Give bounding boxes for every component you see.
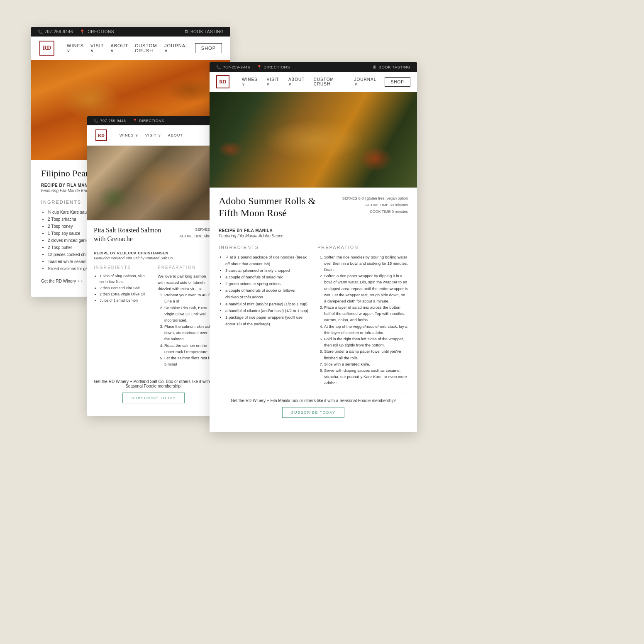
recipe-title-3: Adobo Summer Rolls & Fifth Moon Rosé (219, 195, 323, 219)
prep-item: Soften the rice noodles by pouring boili… (324, 254, 408, 273)
prep-item: Serve with dipping sauces such as sesame… (324, 367, 408, 386)
ingredients-heading-2: INGREDIENTS (94, 265, 149, 270)
prep-item: Place a layer of salad mix across the bo… (324, 304, 408, 323)
nav-1: RD WINES ∨ VISIT ∨ ABOUT ∨ CUSTOM CRUSH … (31, 37, 230, 60)
ingredient-item: 3 carrots, julienned or finely chopped (225, 267, 309, 274)
nav-2: RD WINES ∨ VISIT ∨ ABOUT (87, 125, 220, 146)
preparation-col-2: PREPARATION We love to pair king salmon … (158, 265, 213, 368)
meta-row-2: Pita Salt Roasted Salmon with Grenache S… (94, 226, 213, 246)
subscribe-btn-3[interactable]: SUBSCRIBE TODAY (282, 407, 344, 418)
nav-visit-1[interactable]: VISIT ∨ (90, 43, 104, 54)
prep-item: Soften a rice paper wrapper by dipping i… (324, 273, 408, 304)
book-icon: 🗓 (184, 29, 189, 34)
prep-item: Combine Pita Salt, Extra Virgin Olive Oi… (164, 305, 213, 324)
preparation-heading-3: PREPARATION (317, 245, 408, 250)
get-rd-link-1[interactable]: + (80, 279, 83, 283)
map-icon-2: 📍 (133, 119, 138, 123)
logo-2[interactable]: RD (95, 129, 107, 141)
ingredient-item: 2 tbsp Portland Pita Salt (100, 285, 149, 291)
prep-list-3: Soften the rice noodles by pouring boili… (317, 254, 408, 386)
prep-item: Preheat your oven to 400°F. Line a sl (164, 292, 213, 304)
book-icon-3: 🗓 (373, 65, 377, 69)
ingredient-item: 2 green onions or spring onions (225, 281, 309, 287)
nav-custom-1[interactable]: CUSTOM CRUSH (135, 43, 158, 53)
recipe-content-3: Adobo Summer Rolls & Fifth Moon Rosé SER… (210, 188, 417, 432)
ingredient-item: a handful of cilantro (and/or basil) (1/… (225, 307, 309, 314)
subscribe-text-2: Get the RD Winery + Portland Salt Co. Bo… (94, 379, 213, 388)
ingredients-heading-3: INGREDIENTS (219, 245, 309, 250)
nav-wines-3[interactable]: WINES ∨ (242, 77, 260, 86)
recipe-byline-3: RECIPE BY Fila Manila (219, 228, 408, 233)
card-salmon: 📞 707-259-9446 📍 DIRECTIONS RD WINES ∨ V… (87, 116, 220, 416)
nav-shop-1[interactable]: SHOP (195, 43, 222, 53)
card-adobo-rolls: 📞 707-259-9446 📍 DIRECTIONS 🗓 BOOK TASTI… (210, 62, 417, 432)
ingredient-item: 1.5lbs of King Salmon, skin on in 6oz fi… (100, 273, 149, 285)
topbar-directions-3[interactable]: 📍 DIRECTIONS (257, 65, 290, 69)
nav-links-2: WINES ∨ VISIT ∨ ABOUT (120, 133, 212, 137)
prep-item: Store under a damp paper towel until you… (324, 348, 408, 361)
topbar-directions[interactable]: 📍 DIRECTIONS (80, 29, 114, 34)
prep-item: Let the salmon filets rest for 5 minut (164, 355, 213, 367)
subscribe-section-2: Get the RD Winery + Portland Salt Co. Bo… (94, 374, 213, 410)
nav-about-2[interactable]: ABOUT (168, 133, 183, 137)
page-container: 📞 707-259-9446 📍 DIRECTIONS 🗓 BOOK TASTI… (0, 0, 644, 644)
phone-icon-3: 📞 (216, 65, 222, 69)
ingredient-item: a couple of handfuls of salad mix (225, 274, 309, 281)
prep-item: Fold in the right then left sides of the… (324, 336, 408, 348)
nav-about-1[interactable]: ABOUT ∨ (110, 43, 128, 54)
meta-row-3: Adobo Summer Rolls & Fifth Moon Rosé SER… (219, 195, 408, 223)
logo-3[interactable]: RD (216, 75, 229, 88)
topbar-2: 📞 707-259-9446 📍 DIRECTIONS (87, 116, 220, 125)
hero-image-3 (210, 92, 417, 188)
nav-wines-2[interactable]: WINES ∨ (120, 133, 139, 137)
preparation-heading-2: PREPARATION (158, 265, 213, 270)
recipe-featuring-2: Featuring Portland Pita Salt by Portland… (94, 256, 213, 260)
ingredient-item: 2 tbsp Extra Virgin Olive Oil (100, 291, 149, 298)
subscribe-section-3: Get the RD Winery + Fila Manila box or o… (219, 393, 408, 424)
ingredient-item: a couple of handfuls of adobo or leftove… (225, 287, 309, 300)
ingredient-item: Juice of 1 small Lemon (100, 298, 149, 304)
nav-wines-1[interactable]: WINES ∨ (67, 43, 84, 54)
prep-text-2: We love to pair king salmon with roasted… (158, 273, 213, 292)
ingredients-prep-cols-3: INGREDIENTS ¼ at a 1 pound package of ri… (219, 245, 408, 386)
prep-item: Place the salmon, skin side down, atc ma… (164, 323, 213, 342)
prep-item: Roast the salmon on the upper rack f tem… (164, 342, 213, 355)
recipe-content-2: Pita Salt Roasted Salmon with Grenache S… (87, 220, 220, 416)
recipe-title-2: Pita Salt Roasted Salmon with Grenache (94, 226, 166, 244)
nav-journal-3[interactable]: JOURNAL ∨ (354, 77, 378, 86)
topbar-phone-3: 📞 707-259-9446 (216, 65, 250, 69)
nav-shop-3[interactable]: SHOP (385, 77, 410, 87)
nav-links-1: WINES ∨ VISIT ∨ ABOUT ∨ CUSTOM CRUSH JOU… (67, 43, 222, 54)
nav-links-3: WINES ∨ VISIT ∨ ABOUT ∨ CUSTOM CRUSH JOU… (242, 77, 410, 87)
subscribe-btn-2[interactable]: SUBSCRIBE TODAY (122, 393, 184, 403)
topbar-directions-2[interactable]: 📍 DIRECTIONS (133, 119, 164, 123)
prep-item: Slice with a serrated knife. (324, 361, 408, 367)
topbar-book-3[interactable]: 🗓 BOOK TASTING (373, 65, 410, 69)
map-icon-3: 📍 (257, 65, 262, 69)
preparation-col-3: PREPARATION Soften the rice noodles by p… (317, 245, 408, 386)
ingredients-col-2: INGREDIENTS 1.5lbs of King Salmon, skin … (94, 265, 149, 368)
nav-about-3[interactable]: ABOUT ∨ (288, 77, 307, 86)
recipe-byline-2: RECIPE BY Rebecca Christiansen (94, 251, 213, 255)
topbar-phone-2: 📞 707-259-9446 (94, 119, 126, 123)
ingredient-item: 1 package of rice paper wrappers (you'll… (225, 314, 309, 327)
meta-info-3: SERVES 6-8 | gluten free, vegan option A… (342, 195, 408, 215)
ingredients-list-3: ¼ at a 1 pound package of rice noodles (… (219, 254, 309, 328)
prep-item: At the top of the veggie/noodle/herb sta… (324, 323, 408, 336)
hero-image-2 (87, 146, 220, 220)
topbar-book[interactable]: 🗓 BOOK TASTING (184, 29, 224, 34)
prep-list-2: Preheat your oven to 400°F. Line a sl Co… (158, 292, 213, 367)
nav-journal-1[interactable]: JOURNAL ∨ (164, 43, 188, 54)
topbar-3: 📞 707-259-9446 📍 DIRECTIONS 🗓 BOOK TASTI… (210, 62, 417, 72)
nav-visit-2[interactable]: VISIT ∨ (145, 133, 161, 137)
phone-icon: 📞 (38, 29, 43, 34)
nav-3: RD WINES ∨ VISIT ∨ ABOUT ∨ CUSTOM CRUSH … (210, 72, 417, 92)
ingredients-list-2: 1.5lbs of King Salmon, skin on in 6oz fi… (94, 273, 149, 304)
ingredients-col-3: INGREDIENTS ¼ at a 1 pound package of ri… (219, 245, 309, 386)
phone-icon-2: 📞 (94, 119, 99, 123)
nav-custom-3[interactable]: CUSTOM CRUSH (314, 77, 348, 86)
topbar-phone: 📞 707-259-9446 (38, 29, 73, 34)
nav-visit-3[interactable]: VISIT ∨ (266, 77, 281, 86)
logo-1[interactable]: RD (39, 41, 54, 56)
topbar-1: 📞 707-259-9446 📍 DIRECTIONS 🗓 BOOK TASTI… (31, 27, 230, 37)
